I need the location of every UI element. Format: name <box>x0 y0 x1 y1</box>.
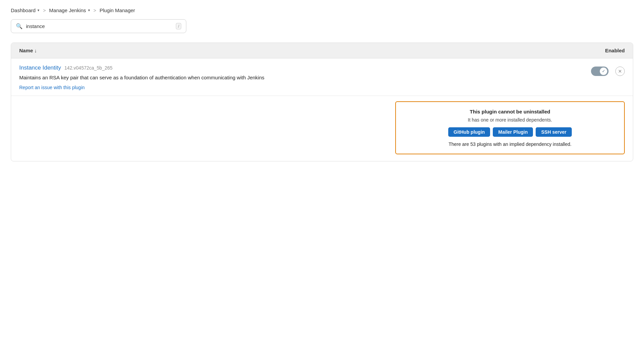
dependent-mailer-plugin[interactable]: Mailer Plugin <box>493 127 533 137</box>
close-icon: ✕ <box>618 69 622 74</box>
main-content: 🔍 / Name ↓ Enabled Instance Identity 142… <box>0 19 644 172</box>
plugin-issue-link[interactable]: Report an issue with this plugin <box>19 85 85 90</box>
plugin-uninstall-button[interactable]: ✕ <box>615 67 625 76</box>
search-shortcut: / <box>176 23 181 29</box>
chevron-down-icon-2: ▾ <box>88 8 90 12</box>
search-container: 🔍 / <box>11 19 186 33</box>
chevron-down-icon: ▾ <box>37 8 39 12</box>
plugin-enabled-toggle[interactable]: ✓ <box>591 67 609 76</box>
plugin-row: Instance Identity 142.v04572ca_5b_265 Ma… <box>11 58 633 96</box>
dependent-ssh-server[interactable]: SSH server <box>536 127 572 137</box>
uninstall-subtitle: It has one or more installed dependents. <box>407 117 613 123</box>
dependents-row: GitHub plugin Mailer Plugin SSH server <box>407 127 613 137</box>
breadcrumb-manage-jenkins[interactable]: Manage Jenkins ▾ <box>49 7 90 13</box>
plugin-description: Maintains an RSA key pair that can serve… <box>19 74 323 82</box>
sort-down-icon: ↓ <box>34 48 37 53</box>
breadcrumb-dashboard[interactable]: Dashboard ▾ <box>11 7 39 13</box>
breadcrumb-separator-1: > <box>43 8 46 13</box>
plugin-table: Name ↓ Enabled Instance Identity 142.v04… <box>11 43 633 161</box>
breadcrumb-plugin-manager: Plugin Manager <box>100 7 135 13</box>
uninstall-title: This plugin cannot be uninstalled <box>407 109 613 114</box>
check-icon: ✓ <box>602 69 605 74</box>
plugin-right: ✓ ✕ <box>591 64 625 76</box>
plugin-left: Instance Identity 142.v04572ca_5b_265 Ma… <box>19 64 591 90</box>
breadcrumb-plugin-manager-label: Plugin Manager <box>100 7 135 13</box>
dependent-github-plugin[interactable]: GitHub plugin <box>448 127 490 137</box>
plugin-header-row: Instance Identity 142.v04572ca_5b_265 <box>19 64 591 71</box>
column-name-header[interactable]: Name ↓ <box>19 48 37 53</box>
uninstall-row: This plugin cannot be uninstalled It has… <box>11 96 633 161</box>
toggle-thumb: ✓ <box>600 68 607 75</box>
breadcrumb-separator-2: > <box>93 8 96 13</box>
column-enabled-header: Enabled <box>605 48 625 53</box>
plugin-version: 142.v04572ca_5b_265 <box>64 65 112 71</box>
search-icon: 🔍 <box>16 23 23 29</box>
implied-dependency-text: There are 53 plugins with an implied dep… <box>407 141 613 147</box>
toggle-track: ✓ <box>591 67 609 76</box>
table-header: Name ↓ Enabled <box>11 43 633 58</box>
breadcrumb-dashboard-label: Dashboard <box>11 7 35 13</box>
uninstall-box: This plugin cannot be uninstalled It has… <box>395 101 625 154</box>
breadcrumb-manage-jenkins-label: Manage Jenkins <box>49 7 86 13</box>
breadcrumb: Dashboard ▾ > Manage Jenkins ▾ > Plugin … <box>0 0 644 19</box>
plugin-name-link[interactable]: Instance Identity <box>19 64 61 71</box>
search-input[interactable] <box>26 23 176 29</box>
